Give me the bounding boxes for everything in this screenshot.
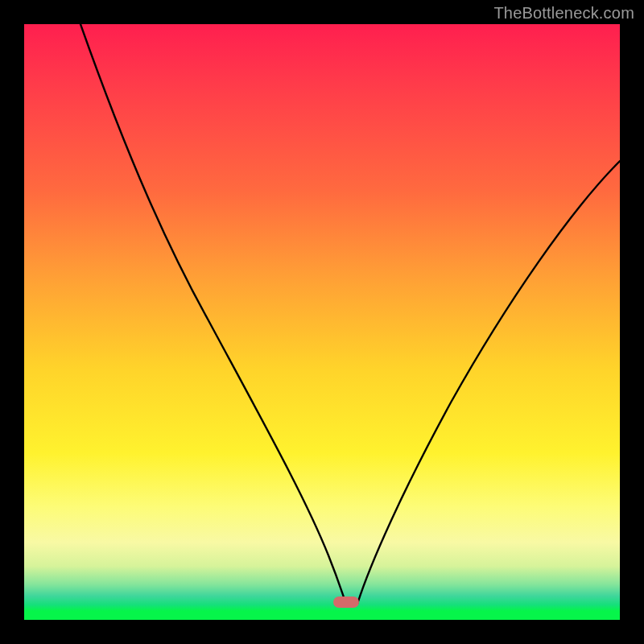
bottleneck-curve	[24, 24, 620, 620]
plot-area	[24, 24, 620, 620]
source-watermark: TheBottleneck.com	[493, 4, 634, 23]
optimum-marker	[333, 597, 359, 608]
bottleneck-curve-path	[80, 24, 620, 604]
chart-frame: TheBottleneck.com	[0, 0, 644, 644]
